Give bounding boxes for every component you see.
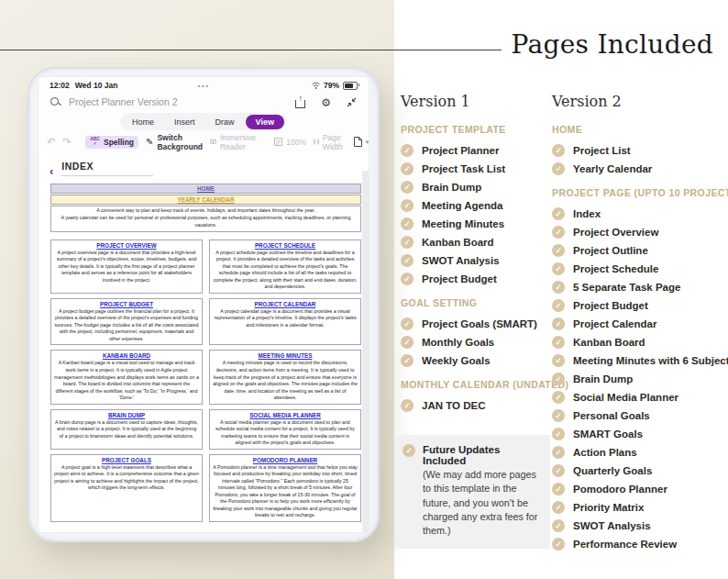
group-items: Project Goals (SMART) Monthly Goals Week…	[401, 317, 549, 367]
list-item: Project Budget	[401, 273, 549, 285]
check-icon	[552, 226, 565, 239]
section-link[interactable]: KANBAN BOARD	[54, 352, 199, 359]
share-icon[interactable]	[295, 96, 305, 108]
index-section: PROJECT GOALS A project goal is a high-l…	[50, 454, 203, 522]
check-icon	[403, 444, 415, 457]
yearly-calendar-link[interactable]: YEARLY CALENDAR	[50, 195, 361, 205]
check-icon	[552, 244, 565, 257]
redo-icon[interactable]	[62, 137, 71, 147]
section-link[interactable]: PROJECT SCHEDULE	[213, 242, 358, 249]
check-icon	[552, 464, 565, 477]
item-label: Project Planner	[422, 145, 499, 157]
index-section: PROJECT CALENDAR A project calendar page…	[209, 298, 361, 346]
item-label: Project Outline	[573, 245, 648, 257]
check-icon	[401, 162, 414, 175]
list-item: SWOT Analysis	[552, 519, 728, 532]
section-link[interactable]: PROJECT BUDGET	[54, 301, 199, 307]
item-label: SMART Goals	[573, 429, 643, 440]
group-label: HOME	[552, 124, 728, 135]
status-bar: 12:02 Wed 10 Jan ••• 79%	[39, 77, 369, 90]
list-item: Priority Matrix	[552, 501, 728, 514]
tab-insert[interactable]: Insert	[165, 116, 204, 128]
section-link[interactable]: BRAIN DUMP	[54, 412, 199, 418]
item-label: Project Goals (SMART)	[422, 318, 537, 330]
group-label: MONTHLY CALENDAR (UNDATED)	[401, 379, 549, 390]
item-label: Kanban Board	[422, 237, 494, 249]
switch-background-button[interactable]: Switch Background	[146, 133, 203, 151]
section-link[interactable]: PROJECT GOALS	[54, 457, 199, 463]
nav-bar: Project Planner Version 2	[39, 90, 369, 110]
section-link[interactable]: PROJECT CALENDAR	[213, 301, 358, 307]
gear-icon[interactable]	[321, 94, 331, 110]
check-icon	[401, 236, 414, 249]
item-label: 5 Separate Task Page	[573, 282, 680, 294]
ipad-screen: 12:02 Wed 10 Jan ••• 79% Project Planner	[38, 76, 370, 533]
page-group: HOME Project List Yearly Calendar	[552, 124, 728, 175]
check-icon	[552, 144, 565, 157]
item-label: Monthly Goals	[422, 337, 494, 349]
status-dots-icon: •••	[198, 82, 210, 90]
section-link[interactable]: MEETING MINUTES	[213, 352, 358, 359]
document-title[interactable]: Project Planner Version 2	[69, 96, 177, 107]
chevron-down-icon: ▾	[366, 139, 370, 146]
item-label: Meeting Minutes with 6 Subjects	[573, 355, 728, 367]
check-icon	[552, 317, 565, 330]
note-title: Future Updates Included	[423, 444, 542, 466]
home-link[interactable]: HOME	[50, 184, 361, 194]
battery-percent: 79%	[324, 81, 339, 90]
section-link[interactable]: PROJECT OVERVIEW	[54, 242, 199, 249]
page-width-button[interactable]: Page Width	[314, 133, 347, 151]
item-label: Action Plans	[573, 447, 637, 459]
column-title: Version 1	[401, 93, 549, 110]
check-icon	[552, 483, 565, 495]
zoom-button[interactable]: 100%	[274, 138, 306, 147]
version-2-column: Version 2 HOME Project List	[552, 93, 728, 556]
spelling-icon: ABC✓	[90, 138, 100, 147]
spelling-button[interactable]: ABC✓ Spelling	[85, 136, 138, 149]
version-2-groups: HOME Project List Yearly Calendar	[552, 124, 728, 551]
item-label: JAN TO DEC	[422, 400, 485, 412]
note-page: ‹ INDEX HOME YEARLY CALENDAR A convenien…	[39, 152, 369, 533]
index-section: PROJECT OVERVIEW A project overview page…	[50, 239, 203, 294]
tab-draw[interactable]: Draw	[206, 116, 244, 128]
item-label: Performance Review	[573, 539, 677, 551]
item-label: Meeting Agenda	[422, 200, 502, 212]
item-label: Project Budget	[573, 300, 648, 312]
check-icon	[552, 446, 565, 459]
list-item: Action Plans	[552, 446, 728, 459]
check-icon	[401, 181, 414, 194]
item-label: Index	[573, 208, 601, 220]
check-icon	[552, 262, 565, 275]
check-icon	[401, 217, 414, 230]
section-description: A meeting minutes page is used to record…	[213, 360, 358, 401]
check-icon	[552, 519, 565, 532]
section-link[interactable]: SOCIAL MEDIA PLANNER	[213, 412, 358, 418]
index-section: PROJECT SCHEDULE A project schedule page…	[209, 239, 361, 294]
note-body: (We may add more pages to this template …	[423, 468, 542, 539]
list-item: Project List	[552, 144, 728, 157]
item-label: Project Overview	[573, 227, 658, 239]
check-icon	[401, 273, 414, 285]
tab-home[interactable]: Home	[123, 116, 163, 128]
list-item: SMART Goals	[552, 428, 728, 440]
undo-icon[interactable]	[47, 137, 55, 147]
page-title: INDEX	[61, 161, 94, 172]
group-items: Project Planner Project Task List Brain …	[401, 144, 549, 285]
search-icon[interactable]	[50, 97, 61, 107]
check-icon	[552, 538, 565, 551]
section-description: A Pomodoro planner is a time management …	[213, 464, 358, 519]
version-1-groups: PROJECT TEMPLATE Project Planner Project	[401, 124, 549, 412]
tab-view[interactable]: View	[246, 115, 284, 129]
list-item: Personal Goals	[552, 409, 728, 422]
page-heading: Pages Included	[512, 29, 713, 60]
back-chevron-icon[interactable]: ‹	[50, 167, 53, 176]
item-label: Brain Dump	[573, 373, 633, 385]
page-group: PROJECT TEMPLATE Project Planner Project	[401, 124, 549, 285]
new-page-button[interactable]: ▾	[354, 137, 370, 147]
section-link[interactable]: POMODORO PLANNER	[213, 457, 358, 463]
collapse-icon[interactable]	[347, 97, 357, 107]
item-label: Project List	[573, 145, 631, 157]
immersive-reader-button[interactable]: Immersive Reader	[210, 133, 259, 151]
section-description: A project schedule page outlines the tim…	[213, 250, 358, 291]
page-width-label: Page Width	[323, 133, 347, 151]
